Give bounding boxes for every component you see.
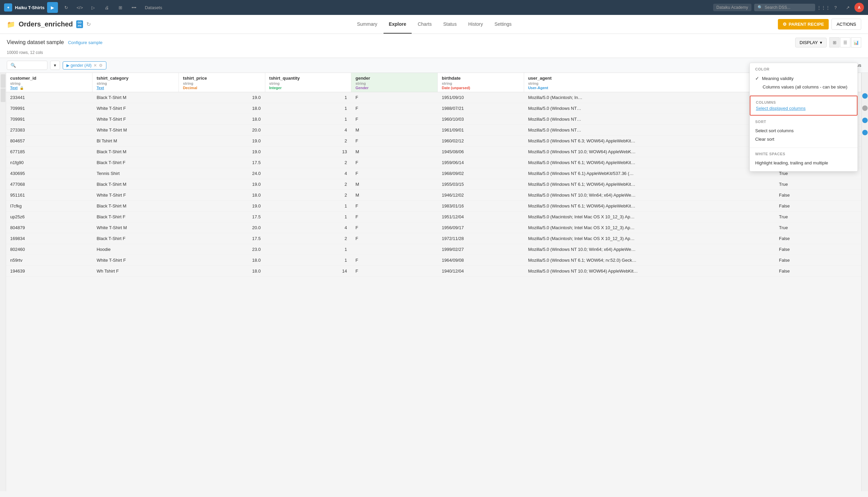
right-sidebar-info-icon[interactable] xyxy=(862,93,868,99)
list-view-button[interactable]: ☰ xyxy=(840,37,850,47)
refresh-icon[interactable]: ↻ xyxy=(86,21,91,27)
grid-view-button[interactable]: ⊞ xyxy=(829,37,840,47)
table-row[interactable]: 804879White T-Shirt M20.04F1956/09/17Moz… xyxy=(6,223,861,233)
meaning-text-tshirt_category[interactable]: Text xyxy=(97,86,104,90)
table-cell: Black T-Shirt M xyxy=(92,179,179,190)
table-row[interactable]: 233441Black T-Shirt M19.01F1951/09/10Moz… xyxy=(6,92,861,103)
search-input-container[interactable]: 🔍 xyxy=(7,61,47,70)
table-row[interactable]: 677185Black T-Shirt M19.013M1945/08/06Mo… xyxy=(6,146,861,157)
table-row[interactable]: n1fg90Black T-Shirt F17.52F1959/06/14Moz… xyxy=(6,157,861,168)
nav-recycle-icon[interactable]: ↻ xyxy=(61,2,72,13)
table-row[interactable]: l7cfkgBlack T-Shirt M19.01F1983/01/16Moz… xyxy=(6,201,861,212)
right-sidebar-filter-icon[interactable] xyxy=(862,118,868,123)
table-cell: 1964/09/08 xyxy=(437,255,524,266)
nav-print-icon[interactable]: 🖨 xyxy=(101,2,112,13)
col-header-user_agent[interactable]: user_agent string User-Agent xyxy=(524,73,775,92)
nav-more-icon[interactable]: ••• xyxy=(128,2,139,13)
parent-recipe-button[interactable]: ⚙ PARENT RECIPE xyxy=(778,19,829,29)
meaning-useragent-user_agent[interactable]: User-Agent xyxy=(528,86,548,90)
actions-button[interactable]: ACTIONS xyxy=(832,19,861,30)
table-cell: Wh Tshirt F xyxy=(92,266,179,276)
display-button[interactable]: DISPLAY ▾ xyxy=(795,38,827,47)
sidebar-strip-item-1[interactable] xyxy=(1,74,5,88)
whitespaces-section: WHITE SPACES Highlight leading, trailing… xyxy=(750,148,857,171)
table-cell: 1968/09/02 xyxy=(437,168,524,179)
table-body: 233441Black T-Shirt M19.01F1951/09/10Moz… xyxy=(6,92,861,276)
table-cell: 1 xyxy=(265,92,351,103)
table-row[interactable]: 709991White T-Shirt F18.01F1988/07/21Moz… xyxy=(6,103,861,114)
filter-clear-icon[interactable]: ✕ xyxy=(93,63,97,68)
chart-view-button[interactable]: 📊 xyxy=(851,37,861,47)
tab-settings[interactable]: Settings xyxy=(489,15,517,33)
nav-flow-icon[interactable]: ▶ xyxy=(47,2,58,13)
table-cell: 18.0 xyxy=(179,190,265,201)
tab-summary[interactable]: Summary xyxy=(352,15,383,33)
table-cell: White T-Shirt F xyxy=(92,190,179,201)
table-cell: 1961/09/01 xyxy=(437,125,524,136)
col-header-tshirt_price[interactable]: tshirt_price string Decimal xyxy=(179,73,265,92)
col-header-customer_id[interactable]: customer_id string Text 🔒 xyxy=(6,73,92,92)
nav-trend-icon[interactable]: ↗ xyxy=(842,2,853,13)
table-row[interactable]: 169834Black T-Shirt F17.52F1972/11/28Moz… xyxy=(6,233,861,244)
nav-avatar[interactable]: A xyxy=(854,3,864,12)
table-row[interactable]: up25z6Black T-Shirt F17.51F1951/12/04Moz… xyxy=(6,212,861,223)
col-header-tshirt_quantity[interactable]: tshirt_quantity string Integer xyxy=(265,73,351,92)
table-row[interactable]: 477068Black T-Shirt M19.02M1955/03/15Moz… xyxy=(6,179,861,190)
select-columns-link[interactable]: Select displayed columns xyxy=(756,106,851,111)
tab-history[interactable]: History xyxy=(463,15,488,33)
meaning-integer-tshirt_quantity[interactable]: Integer xyxy=(269,86,282,90)
search-filter-icon: 🔍 xyxy=(11,63,16,68)
configure-sample-link[interactable]: Configure sample xyxy=(68,40,103,45)
col-header-birthdate[interactable]: birthdate string Date (unparsed) xyxy=(437,73,524,92)
col-header-tshirt_category[interactable]: tshirt_category string Text xyxy=(92,73,179,92)
table-cell: 804657 xyxy=(6,136,92,146)
columns-section-title: COLUMNS xyxy=(756,100,851,104)
dropdown-item-clear-sort[interactable]: Clear sort xyxy=(755,135,852,143)
table-cell: 2 xyxy=(265,157,351,168)
nav-search-placeholder: Search DSS... xyxy=(765,5,791,10)
nav-play-icon[interactable]: ▷ xyxy=(88,2,99,13)
nav-grid-icon[interactable]: ⋮⋮⋮ xyxy=(818,2,829,13)
filter-tag-gender[interactable]: ▶ gender (All) ✕ ⚙ xyxy=(63,61,106,70)
dropdown-item-meaning-validity[interactable]: ✓ Meaning validity xyxy=(755,74,852,83)
nav-search[interactable]: 🔍 Search DSS... xyxy=(754,4,815,11)
table-row[interactable]: 802460Hoodie23.011999/02/27Mozilla/5.0 (… xyxy=(6,244,861,255)
table-row[interactable]: n59rtvWhite T-Shirt F18.01F1964/09/08Moz… xyxy=(6,255,861,266)
meaning-gender-gender[interactable]: Gender xyxy=(355,86,369,90)
table-cell: Black T-Shirt M xyxy=(92,201,179,212)
dropdown-item-column-values[interactable]: Columns values (all columns - can be slo… xyxy=(755,83,852,91)
meaning-text-customer_id[interactable]: Text xyxy=(10,86,18,90)
table-cell: White T-Shirt M xyxy=(92,223,179,233)
table-cell: 477068 xyxy=(6,179,92,190)
table-cell: White T-Shirt F xyxy=(92,114,179,125)
col-meaning-gender: Gender xyxy=(355,86,433,92)
meaning-date-birthdate[interactable]: Date (unparsed) xyxy=(442,86,470,90)
meaning-decimal-tshirt_price[interactable]: Decimal xyxy=(183,86,197,90)
filter-settings-icon[interactable]: ⚙ xyxy=(99,63,103,68)
nav-help-icon[interactable]: ? xyxy=(830,2,841,13)
table-row[interactable]: 430695Tennis Shirt24.04F1968/09/02Mozill… xyxy=(6,168,861,179)
table-cell: 19.0 xyxy=(179,146,265,157)
nav-code-icon[interactable]: </> xyxy=(74,2,85,13)
tab-status[interactable]: Status xyxy=(438,15,462,33)
nav-table-icon[interactable]: ⊞ xyxy=(115,2,126,13)
table-row[interactable]: 804657Bl Tshirt M19.02F1960/02/12Mozilla… xyxy=(6,136,861,146)
table-cell: White T-Shirt F xyxy=(92,255,179,266)
table-row[interactable]: 951161White T-Shirt F18.02M1946/12/02Moz… xyxy=(6,190,861,201)
table-cell: Mozilla/5.0 (Macintosh; Intel Mac OS X 1… xyxy=(524,233,775,244)
filter-dropdown[interactable]: ▾ xyxy=(50,61,60,70)
dropdown-item-whitespaces[interactable]: Highlight leading, trailing and multiple xyxy=(755,159,852,167)
table-row[interactable]: 194639Wh Tshirt F18.014F1940/12/04Mozill… xyxy=(6,266,861,276)
col-header-gender[interactable]: gender string Gender xyxy=(351,73,438,92)
table-row[interactable]: 709991White T-Shirt F18.01F1960/10/03Moz… xyxy=(6,114,861,125)
table-row[interactable]: 273383White T-Shirt M20.04M1961/09/01Moz… xyxy=(6,125,861,136)
table-cell: 23.0 xyxy=(179,244,265,255)
right-sidebar-settings-icon[interactable] xyxy=(862,105,868,111)
dropdown-item-select-sort[interactable]: Select sort columns xyxy=(755,126,852,135)
table-cell: 4 xyxy=(265,168,351,179)
filter-chevron-icon: ▾ xyxy=(54,63,56,68)
tab-charts[interactable]: Charts xyxy=(412,15,437,33)
sidebar-strip-item-2[interactable] xyxy=(1,88,5,102)
right-sidebar-more-icon[interactable] xyxy=(862,130,868,135)
tab-explore[interactable]: Explore xyxy=(383,15,412,33)
